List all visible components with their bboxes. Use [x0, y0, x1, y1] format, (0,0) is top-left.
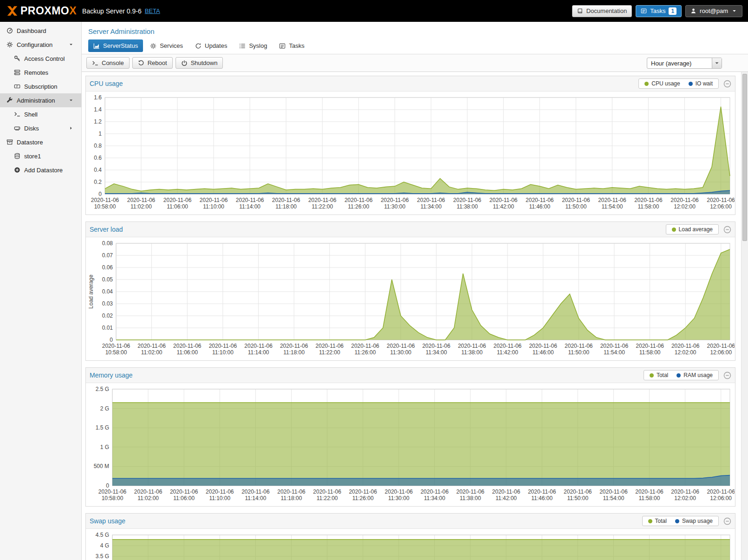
svg-text:0.08: 0.08: [102, 240, 113, 247]
svg-text:0.8: 0.8: [94, 143, 102, 149]
console-button[interactable]: Console: [86, 57, 130, 69]
svg-text:2020-11-06: 2020-11-06: [277, 488, 306, 495]
power-icon: [181, 60, 188, 66]
svg-text:2020-11-06: 2020-11-06: [526, 197, 554, 203]
legend-color-dot: [648, 519, 652, 523]
svg-text:12:06:00: 12:06:00: [710, 349, 732, 356]
sidebar-item-subscription[interactable]: Subscription: [0, 79, 81, 93]
cpu-usage-panel: CPU usage CPU usage IO wait 1.61.41.210.…: [85, 76, 735, 215]
svg-text:0.05: 0.05: [102, 276, 113, 283]
svg-text:2020-11-06: 2020-11-06: [671, 343, 700, 349]
sidebar-item-label: Shell: [24, 111, 38, 118]
svg-text:11:14:00: 11:14:00: [248, 349, 269, 356]
scrollbar-thumb[interactable]: [742, 74, 747, 241]
reboot-button[interactable]: Reboot: [132, 57, 173, 69]
svg-text:11:06:00: 11:06:00: [173, 495, 195, 501]
svg-text:11:38:00: 11:38:00: [456, 203, 478, 210]
svg-text:10:58:00: 10:58:00: [94, 203, 116, 210]
svg-text:11:54:00: 11:54:00: [604, 349, 625, 356]
user-menu-button[interactable]: root@pam: [685, 5, 742, 17]
time-range-select[interactable]: Hour (average): [647, 58, 722, 69]
legend-item: CPU usage: [644, 80, 680, 87]
svg-text:2020-11-06: 2020-11-06: [565, 343, 593, 349]
svg-text:2020-11-06: 2020-11-06: [707, 488, 735, 495]
sidebar-item-remotes[interactable]: Remotes: [0, 65, 81, 79]
sidebar-item-dashboard[interactable]: Dashboard: [0, 24, 81, 38]
svg-text:11:58:00: 11:58:00: [639, 349, 661, 356]
sidebar-item-add-datastore[interactable]: Add Datastore: [0, 163, 81, 177]
svg-text:2020-11-06: 2020-11-06: [529, 343, 557, 349]
sidebar-item-disks[interactable]: Disks: [0, 121, 81, 135]
tab-syslog[interactable]: Syslog: [234, 39, 272, 52]
svg-text:11:10:00: 11:10:00: [203, 203, 224, 210]
svg-text:12:02:00: 12:02:00: [674, 203, 696, 210]
svg-text:2020-11-06: 2020-11-06: [313, 488, 341, 495]
svg-text:2020-11-06: 2020-11-06: [381, 197, 409, 203]
legend-item: RAM usage: [676, 372, 713, 378]
svg-text:11:06:00: 11:06:00: [176, 349, 198, 356]
svg-text:11:18:00: 11:18:00: [275, 203, 297, 210]
svg-text:11:34:00: 11:34:00: [426, 349, 447, 356]
svg-text:2020-11-06: 2020-11-06: [421, 488, 449, 495]
sidebar-item-configuration[interactable]: Configuration: [0, 38, 81, 52]
sidebar-item-store1[interactable]: store1: [0, 149, 81, 163]
svg-text:1: 1: [98, 130, 102, 137]
legend-item: Swap usage: [675, 518, 713, 524]
svg-text:11:26:00: 11:26:00: [355, 349, 376, 356]
legend-item: IO wait: [689, 80, 713, 87]
beta-link[interactable]: BETA: [145, 7, 160, 14]
panel-title: CPU usage: [90, 80, 123, 87]
svg-text:2020-11-06: 2020-11-06: [385, 488, 413, 495]
svg-text:2020-11-06: 2020-11-06: [458, 343, 486, 349]
page-title: Server Administration: [82, 22, 748, 37]
shutdown-label: Shutdown: [191, 59, 218, 66]
swap-usage-panel: Swap usage Total Swap usage 4.5 G4 G3.5 …: [85, 513, 735, 560]
svg-text:2020-11-06: 2020-11-06: [170, 488, 198, 495]
svg-text:11:58:00: 11:58:00: [639, 495, 660, 501]
tasks-count-badge: 1: [669, 7, 676, 15]
svg-text:2020-11-06: 2020-11-06: [244, 343, 273, 349]
combo-trigger[interactable]: [712, 58, 722, 68]
database-icon: [14, 153, 20, 159]
svg-text:11:26:00: 11:26:00: [348, 203, 369, 210]
reboot-label: Reboot: [148, 59, 167, 66]
documentation-button[interactable]: Documentation: [572, 5, 632, 17]
svg-text:2020-11-06: 2020-11-06: [492, 488, 520, 495]
svg-text:11:18:00: 11:18:00: [281, 495, 302, 501]
sidebar-item-shell[interactable]: Shell: [0, 107, 81, 121]
tab-updates[interactable]: Updates: [190, 39, 232, 52]
legend-label: Total: [657, 372, 668, 378]
svg-text:11:58:00: 11:58:00: [637, 203, 659, 210]
vertical-scrollbar[interactable]: [741, 72, 748, 560]
shutdown-button[interactable]: Shutdown: [176, 57, 223, 69]
svg-text:2020-11-06: 2020-11-06: [308, 197, 337, 203]
product-version: Backup Server 0.9-6: [82, 7, 142, 15]
archive-icon: [7, 139, 13, 145]
time-range-value: Hour (average): [647, 58, 712, 68]
user-icon: [690, 8, 696, 14]
tab-tasks[interactable]: Tasks: [274, 39, 309, 52]
svg-text:1.6: 1.6: [94, 94, 102, 101]
collapse-panel-button[interactable]: [723, 517, 731, 525]
legend-label: CPU usage: [651, 80, 680, 87]
svg-text:11:30:00: 11:30:00: [388, 495, 410, 501]
collapse-panel-button[interactable]: [723, 371, 731, 379]
sidebar-item-label: Disks: [24, 125, 39, 132]
collapse-panel-button[interactable]: [723, 80, 731, 88]
svg-text:2020-11-06: 2020-11-06: [316, 343, 344, 349]
sidebar-item-label: Access Control: [24, 55, 65, 62]
sidebar-item-datastore[interactable]: Datastore: [0, 135, 81, 149]
sidebar-item-access-control[interactable]: Access Control: [0, 52, 81, 65]
svg-text:1.5 G: 1.5 G: [96, 424, 109, 431]
wrench-icon: [7, 97, 13, 104]
tab-services[interactable]: Services: [145, 39, 188, 52]
sidebar-item-administration[interactable]: Administration: [0, 93, 81, 107]
caret-down-icon: [68, 42, 74, 47]
server-load-chart: 0.080.070.060.050.040.030.020.0102020-11…: [86, 239, 735, 359]
svg-text:2020-11-06: 2020-11-06: [236, 197, 264, 203]
tab-label: Services: [160, 42, 183, 49]
svg-text:0.02: 0.02: [102, 313, 113, 319]
collapse-panel-button[interactable]: [723, 226, 731, 234]
tasks-button[interactable]: Tasks 1: [636, 5, 682, 17]
tab-serverstatus[interactable]: ServerStatus: [88, 39, 143, 52]
